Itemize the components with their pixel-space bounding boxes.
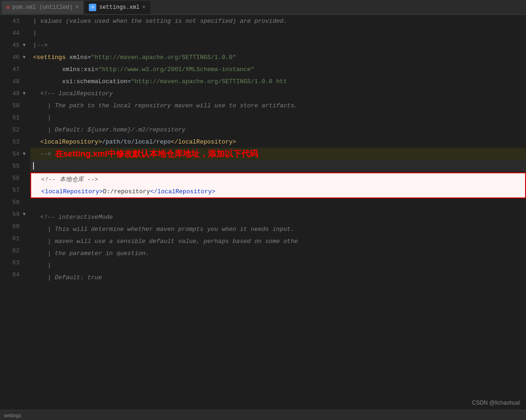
cursor <box>33 162 34 170</box>
code-line-46: <settings xmlns="http://maven.apache.org… <box>30 51 526 63</box>
line-gutter: 43 44 45 ▼ 46 ▼ 47 <box>0 15 30 410</box>
tab-pom-close[interactable]: × <box>75 4 79 11</box>
code-line-43: | values (values used when the setting i… <box>30 15 526 27</box>
gutter-59: 59 ▼ <box>0 208 30 220</box>
gutter-60: 60 <box>0 220 30 232</box>
status-text: settings <box>4 413 21 418</box>
fold-46[interactable]: ▼ <box>21 54 27 60</box>
code-line-63: | <box>30 259 526 271</box>
gutter-57: 57 <box>0 184 30 196</box>
code-line-64: | Default: true <box>30 271 526 283</box>
tab-settings[interactable]: ⚙ settings.xml × <box>84 1 150 14</box>
code-lines[interactable]: | values (values used when the setting i… <box>30 15 526 410</box>
code-line-57: <localRepository>D:/repository</localRep… <box>31 185 525 197</box>
code-line-56: <!-- 本地仓库 --> <box>31 173 525 185</box>
tab-pom[interactable]: m pom.xml (untitled) × <box>2 1 83 14</box>
tab-settings-label: settings.xml <box>99 4 139 11</box>
code-line-50: | The path to the local repository maven… <box>30 99 526 112</box>
gutter-56: 56 <box>0 172 30 184</box>
code-line-49: <!-- localRepository <box>30 87 526 99</box>
gutter-61: 61 <box>0 232 30 244</box>
code-line-62: | the parameter in question. <box>30 247 526 259</box>
code-line-47: xmlns:xsi="http://www.w3.org/2001/XMLSch… <box>30 63 526 75</box>
tab-settings-close[interactable]: × <box>142 4 146 11</box>
tab-pom-label: pom.xml (untitled) <box>13 4 73 11</box>
editor-container: m pom.xml (untitled) × ⚙ settings.xml × … <box>0 0 526 420</box>
gutter-43: 43 <box>0 15 30 27</box>
gutter-62: 62 <box>0 244 30 256</box>
fold-45[interactable]: ▼ <box>21 42 27 48</box>
fold-49[interactable]: ▼ <box>21 90 27 97</box>
gutter-50: 50 <box>0 99 30 112</box>
code-line-48: xsi:schemaLocation="http://maven.apache.… <box>30 75 526 87</box>
editor-main: 43 44 45 ▼ 46 ▼ 47 <box>0 15 526 410</box>
code-line-58 <box>30 199 526 211</box>
gutter-49: 49 ▼ <box>0 87 30 99</box>
tab-bar: m pom.xml (untitled) × ⚙ settings.xml × <box>0 0 526 15</box>
gutter-64: 64 <box>0 269 30 281</box>
xml-icon: ⚙ <box>89 4 96 11</box>
code-line-45: |--> <box>30 39 526 51</box>
gutter-44: 44 <box>0 27 30 39</box>
watermark: CSDN @lichaohua! <box>472 400 520 406</box>
code-line-60: | This will determine whether maven prom… <box>30 223 526 235</box>
gutter-54: 54 ▼ <box>0 148 30 160</box>
annotation-text: 在setting.xml中修改默认本地仓库地址，添加以下代码 <box>55 148 258 159</box>
gutter-48: 48 <box>0 75 30 87</box>
code-line-55 <box>30 160 526 172</box>
code-editor[interactable]: 43 44 45 ▼ 46 ▼ 47 <box>0 15 526 410</box>
code-line-53: <localRepository>/path/to/local/repo</lo… <box>30 136 526 148</box>
code-line-51: | <box>30 112 526 124</box>
pom-icon: m <box>7 5 10 10</box>
gutter-47: 47 <box>0 63 30 75</box>
code-line-59: <!-- interactiveMode <box>30 211 526 223</box>
code-line-61: | maven will use a sensible default valu… <box>30 235 526 247</box>
gutter-55: 55 <box>0 160 30 172</box>
code-line-44: | <box>30 27 526 39</box>
status-bar: settings <box>0 410 526 420</box>
gutter-51: 51 <box>0 112 30 124</box>
red-bordered-box: <!-- 本地仓库 --> <localRepository>D:/reposi… <box>30 172 526 198</box>
code-line-54: --> 在setting.xml中修改默认本地仓库地址，添加以下代码 <box>30 148 526 160</box>
gutter-58: 58 <box>0 196 30 208</box>
fold-54[interactable]: ▼ <box>21 151 27 157</box>
gutter-45: 45 ▼ <box>0 39 30 51</box>
gutter-52: 52 <box>0 124 30 136</box>
gutter-46: 46 ▼ <box>0 51 30 63</box>
code-line-52: | Default: ${user.home}/.m2/repository <box>30 124 526 136</box>
fold-59[interactable]: ▼ <box>21 211 27 217</box>
gutter-53: 53 <box>0 136 30 148</box>
gutter-63: 63 <box>0 256 30 269</box>
